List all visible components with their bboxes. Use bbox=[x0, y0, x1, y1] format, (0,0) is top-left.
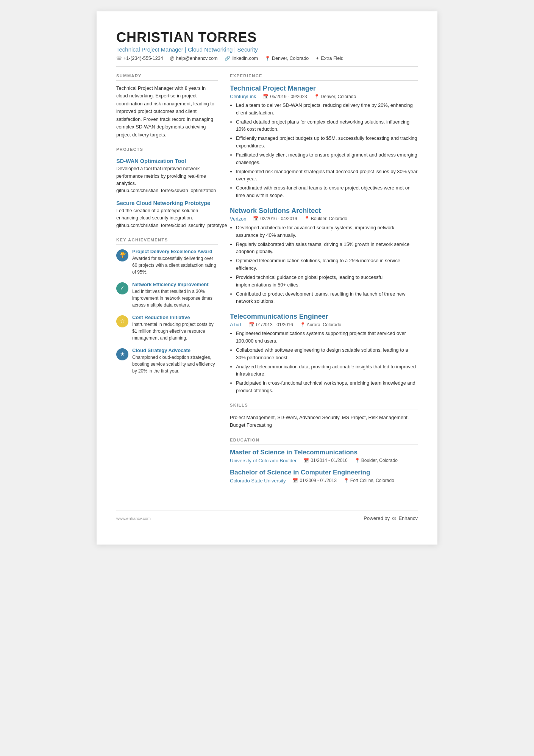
right-column: EXPERIENCE Technical Project Manager Cen… bbox=[230, 74, 418, 492]
edu-date: 📅 01/2014 - 01/2016 bbox=[303, 458, 347, 463]
job-bullets: Engineered telecommunications systems su… bbox=[230, 330, 418, 394]
bullet-item: Participated in cross-functional technic… bbox=[236, 379, 418, 394]
achievements-list: 🏆 Project Delivery Excellence Award Awar… bbox=[116, 249, 218, 374]
linkedin-contact: 🔗 linkedin.com bbox=[225, 56, 258, 61]
skills-section: SKILLS Project Management, SD-WAN, Advan… bbox=[230, 403, 418, 429]
check-icon: ✓ bbox=[116, 282, 128, 294]
footer: www.enhancv.com Powered by ∞ Enhancv bbox=[116, 510, 418, 522]
phone-value: +1-(234)-555-1234 bbox=[123, 56, 163, 61]
projects-section: PROJECTS SD-WAN Optimization Tool Develo… bbox=[116, 147, 218, 229]
edu-meta: Colorado State University 📅 01/2009 - 01… bbox=[230, 478, 418, 484]
achievement-desc: Championed cloud-adoption strategies, bo… bbox=[132, 354, 218, 374]
project-desc: Developed a tool that improved network p… bbox=[116, 165, 218, 195]
candidate-name: CHRISTIAN TORRES bbox=[116, 30, 418, 45]
job-company: Verizon bbox=[230, 216, 246, 222]
link-icon: 🔗 bbox=[225, 56, 230, 61]
pin-icon: 📍 bbox=[300, 322, 306, 327]
edu-degree: Bachelor of Science in Computer Engineer… bbox=[230, 469, 418, 476]
header: CHRISTIAN TORRES Technical Project Manag… bbox=[116, 30, 418, 61]
job-item: Network Solutions Architect Verizon 📅 02… bbox=[230, 207, 418, 305]
achievement-desc: Awarded for successfully delivering over… bbox=[132, 255, 218, 275]
left-column: SUMMARY Technical Project Manager with 8… bbox=[116, 74, 218, 492]
edu-school: University of Colorado Boulder bbox=[230, 458, 297, 463]
summary-text: Technical Project Manager with 8 years i… bbox=[116, 85, 218, 139]
extra-value: Extra Field bbox=[321, 56, 344, 61]
job-bullets: Led a team to deliver SD-WAN projects, r… bbox=[230, 102, 418, 199]
pin-icon: 📍 bbox=[314, 94, 320, 99]
star-filled-icon: ★ bbox=[116, 348, 128, 360]
job-location: 📍 Boulder, Colorado bbox=[304, 216, 347, 221]
job-date: 📅 05/2019 - 09/2023 bbox=[263, 94, 307, 99]
job-date: 📅 01/2013 - 01/2016 bbox=[249, 322, 293, 327]
calendar-icon: 📅 bbox=[253, 216, 259, 221]
extra-icon: ✦ bbox=[315, 56, 319, 61]
edu-location: 📍 Boulder, Colorado bbox=[354, 458, 398, 463]
achievements-divider bbox=[116, 244, 218, 245]
trophy-icon: 🏆 bbox=[116, 249, 128, 261]
bullet-item: Regularly collaborated with sales teams,… bbox=[236, 241, 418, 256]
project-item: SD-WAN Optimization Tool Developed a too… bbox=[116, 158, 218, 195]
edu-date: 📅 01/2009 - 01/2013 bbox=[292, 478, 336, 483]
bullet-item: Optimized telecommunication solutions, l… bbox=[236, 257, 418, 272]
pin-icon: 📍 bbox=[304, 216, 310, 221]
job-title: Telecommunications Engineer bbox=[230, 313, 418, 321]
skills-text: Project Management, SD-WAN, Advanced Sec… bbox=[230, 414, 418, 429]
experience-divider bbox=[230, 80, 418, 81]
job-location: 📍 Aurora, Colorado bbox=[300, 322, 341, 327]
project-desc: Led the creation of a prototype solution… bbox=[116, 207, 218, 229]
achievement-item: 🏆 Project Delivery Excellence Award Awar… bbox=[116, 249, 218, 275]
job-title: Technical Project Manager bbox=[230, 85, 418, 92]
education-item: Master of Science in Telecommunications … bbox=[230, 449, 418, 463]
footer-website: www.enhancv.com bbox=[116, 516, 151, 521]
bullet-item: Implemented risk management strategies t… bbox=[236, 168, 418, 183]
edu-meta: University of Colorado Boulder 📅 01/2014… bbox=[230, 458, 418, 463]
job-meta: AT&T 📅 01/2013 - 01/2016 📍 Aurora, Color… bbox=[230, 322, 418, 327]
bullet-item: Contributed to product development teams… bbox=[236, 290, 418, 305]
calendar-icon: 📅 bbox=[263, 94, 269, 99]
achievement-item: ☆ Cost Reduction Initiative Instrumental… bbox=[116, 315, 218, 341]
linkedin-value: linkedin.com bbox=[232, 56, 258, 61]
bullet-item: Facilitated weekly client meetings to en… bbox=[236, 151, 418, 166]
star-outline-icon: ☆ bbox=[116, 315, 128, 327]
edu-school: Colorado State University bbox=[230, 478, 286, 484]
footer-brand: Powered by ∞ Enhancv bbox=[364, 515, 418, 522]
contact-bar: ☏ +1-(234)-555-1234 @ help@enhancv.com 🔗… bbox=[116, 56, 418, 61]
projects-divider bbox=[116, 154, 218, 154]
job-meta: CenturyLink 📅 05/2019 - 09/2023 📍 Denver… bbox=[230, 94, 418, 99]
projects-list: SD-WAN Optimization Tool Developed a too… bbox=[116, 158, 218, 229]
achievement-title: Cloud Strategy Advocate bbox=[132, 347, 218, 353]
email-value: help@enhancv.com bbox=[176, 56, 218, 61]
header-divider bbox=[116, 66, 418, 67]
resume-page: CHRISTIAN TORRES Technical Project Manag… bbox=[97, 11, 437, 545]
experience-section: EXPERIENCE Technical Project Manager Cen… bbox=[230, 74, 418, 394]
education-list: Master of Science in Telecommunications … bbox=[230, 449, 418, 484]
job-item: Telecommunications Engineer AT&T 📅 01/20… bbox=[230, 313, 418, 394]
skills-label: SKILLS bbox=[230, 403, 418, 407]
edu-degree: Master of Science in Telecommunications bbox=[230, 449, 418, 456]
achievements-section: KEY ACHIEVEMENTS 🏆 Project Delivery Exce… bbox=[116, 238, 218, 374]
experience-label: EXPERIENCE bbox=[230, 74, 418, 78]
achievement-title: Project Delivery Excellence Award bbox=[132, 249, 218, 254]
location-value: Denver, Colorado bbox=[272, 56, 309, 61]
summary-divider bbox=[116, 80, 218, 81]
extra-contact: ✦ Extra Field bbox=[315, 56, 344, 61]
achievement-desc: Instrumental in reducing project costs b… bbox=[132, 321, 218, 341]
job-company: CenturyLink bbox=[230, 94, 256, 99]
achievement-desc: Led initiatives that resulted in a 30% i… bbox=[132, 288, 218, 308]
main-layout: SUMMARY Technical Project Manager with 8… bbox=[116, 74, 418, 492]
project-item: Secure Cloud Networking Prototype Led th… bbox=[116, 200, 218, 229]
projects-label: PROJECTS bbox=[116, 147, 218, 152]
pin-icon: 📍 bbox=[344, 478, 349, 483]
achievement-content: Cost Reduction Initiative Instrumental i… bbox=[132, 315, 218, 341]
skills-divider bbox=[230, 410, 418, 410]
summary-section: SUMMARY Technical Project Manager with 8… bbox=[116, 74, 218, 139]
job-title: Network Solutions Architect bbox=[230, 207, 418, 215]
job-item: Technical Project Manager CenturyLink 📅 … bbox=[230, 85, 418, 199]
pin-icon: 📍 bbox=[354, 458, 360, 463]
education-label: EDUCATION bbox=[230, 438, 418, 442]
achievement-content: Network Efficiency Improvement Led initi… bbox=[132, 282, 218, 308]
candidate-title: Technical Project Manager | Cloud Networ… bbox=[116, 46, 418, 53]
achievement-title: Network Efficiency Improvement bbox=[132, 282, 218, 287]
brand-name: Enhancv bbox=[398, 515, 418, 521]
email-icon: @ bbox=[170, 56, 175, 61]
